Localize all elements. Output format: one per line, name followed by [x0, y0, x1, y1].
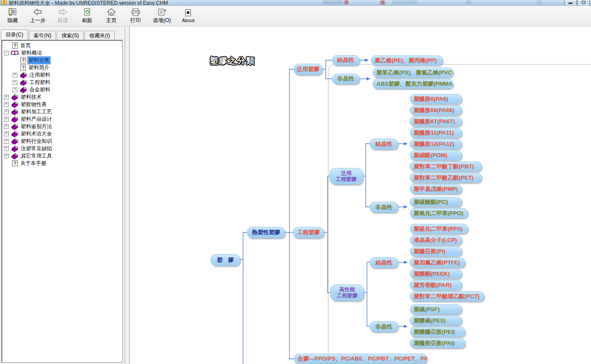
forward-icon: [58, 8, 68, 16]
expand-plus-toggle[interactable]: +: [13, 80, 17, 85]
maximize-button[interactable]: [577, 0, 590, 6]
tree-item-label[interactable]: 塑料概论: [20, 49, 43, 57]
help-icon: ?: [12, 42, 18, 49]
hide-icon: [8, 8, 17, 16]
tab-favorites[interactable]: 收藏夹(I): [84, 31, 114, 40]
book-icon: [11, 109, 18, 115]
tree-item[interactable]: +塑料加工工艺: [2, 108, 122, 116]
tree-item[interactable]: +其它常用工具: [2, 152, 122, 160]
tree-item-label[interactable]: 关于本手册: [19, 160, 47, 167]
expand-plus-toggle[interactable]: +: [4, 132, 9, 136]
expand-plus-toggle[interactable]: +: [4, 117, 9, 122]
expand-plus-toggle[interactable]: +: [13, 73, 17, 77]
help-icon: ?: [20, 57, 26, 64]
tree-item[interactable]: +工程塑料: [2, 79, 122, 86]
tree-item[interactable]: +塑料产品设计: [2, 116, 122, 123]
tree-item[interactable]: +塑料行业知识: [2, 138, 122, 145]
about-button-label: About: [182, 18, 195, 23]
tree-item[interactable]: +合金塑料: [2, 86, 122, 93]
help-icon: ?: [12, 160, 18, 167]
svg-text:?: ?: [22, 58, 25, 63]
tab-contents[interactable]: 目录(C): [1, 29, 28, 40]
nav-tabs: 目录(C) 索引(N) 搜索(S) 收藏夹(I): [1, 29, 116, 40]
tree-item-label[interactable]: 塑料加工工艺: [20, 108, 53, 116]
pane-splitter[interactable]: [125, 26, 130, 364]
refresh-icon: [83, 8, 91, 16]
titlebar-reflection: [323, 0, 343, 4]
home-icon: [107, 8, 116, 16]
titlebar-reflection: [537, 0, 542, 4]
expand-plus-toggle[interactable]: +: [4, 124, 9, 129]
content-card: [328, 64, 591, 364]
expand-plus-toggle[interactable]: +: [4, 146, 9, 151]
chm-viewer-window: ? 塑料原料物性大全 - Made by UNREGISTERED versio…: [0, 0, 591, 364]
tree-item-label[interactable]: 工程塑料: [29, 79, 51, 86]
expand-plus-toggle[interactable]: +: [13, 87, 17, 92]
tree-item[interactable]: +注塑常见缺陷: [2, 145, 122, 152]
home-button[interactable]: 主页: [101, 7, 121, 25]
navigation-pane: 目录(C) 索引(N) 搜索(S) 收藏夹(I) ?首页−塑料概论?塑料分类?塑…: [0, 26, 125, 364]
refresh-button[interactable]: 刷新: [77, 7, 97, 25]
app-icon: ?: [1, 0, 6, 5]
tree-item-label[interactable]: 塑料分类: [28, 57, 50, 64]
forward-button[interactable]: 前进: [53, 7, 73, 25]
tree-item[interactable]: +泛用塑料: [2, 71, 122, 79]
tree-item-label[interactable]: 泛用塑料: [29, 71, 51, 79]
tree-item[interactable]: ?首页: [2, 42, 122, 49]
forward-button-label: 前进: [58, 17, 68, 24]
back-button[interactable]: 上一步: [27, 7, 49, 25]
tree-item-label[interactable]: 塑料行业知识: [20, 138, 53, 145]
options-icon: [157, 8, 167, 16]
back-button-label: 上一步: [30, 17, 45, 24]
tree-item[interactable]: ?关于本手册: [2, 160, 122, 167]
tree-item-label[interactable]: 塑料鉴别方法: [20, 123, 53, 130]
svg-text:?: ?: [13, 43, 16, 48]
minimize-button[interactable]: ▬: [564, 0, 577, 6]
print-button[interactable]: 打印: [126, 7, 146, 25]
expand-plus-toggle[interactable]: +: [4, 95, 9, 100]
tree-item[interactable]: +塑料技术: [2, 93, 122, 101]
expand-plus-toggle[interactable]: +: [4, 139, 9, 144]
expand-plus-toggle[interactable]: +: [4, 154, 9, 158]
about-icon: [184, 9, 192, 17]
tree-item-label[interactable]: 合金塑料: [29, 86, 51, 93]
svg-text:?: ?: [13, 161, 16, 166]
book-icon: [11, 94, 18, 100]
tree-item-label[interactable]: 注塑常见缺陷: [20, 145, 53, 152]
home-button-label: 主页: [106, 17, 117, 24]
refresh-button-label: 刷新: [82, 17, 92, 24]
tree-item[interactable]: +塑料术语大全: [2, 130, 122, 138]
book-open-icon: [11, 50, 19, 56]
collapse-minus-toggle[interactable]: −: [4, 51, 9, 55]
expand-plus-toggle[interactable]: +: [4, 110, 9, 114]
tree-item[interactable]: +塑料鉴别方法: [2, 123, 122, 130]
tree-item[interactable]: −塑料概论: [2, 49, 122, 57]
tab-search[interactable]: 搜索(S): [57, 31, 84, 40]
svg-text:?: ?: [22, 65, 25, 70]
tree-item-label[interactable]: 首页: [19, 42, 32, 49]
tree-item-label[interactable]: 塑料产品设计: [20, 116, 53, 123]
about-button[interactable]: About: [178, 7, 198, 25]
tree-item[interactable]: +塑胶物性表: [2, 101, 122, 108]
tree-item-label[interactable]: 塑料技术: [20, 93, 42, 101]
tab-index[interactable]: 索引(N): [29, 31, 56, 40]
tree-item-label[interactable]: 塑胶物性表: [20, 101, 48, 108]
expand-plus-toggle[interactable]: +: [4, 102, 9, 107]
book-icon: [11, 138, 18, 145]
titlebar-reflection: [392, 0, 418, 4]
titlebar-reflection: [344, 0, 348, 4]
tree-item[interactable]: ?塑料分类: [2, 57, 122, 64]
tree-item-label[interactable]: 塑料术语大全: [20, 130, 53, 138]
toolbar: 隐藏 上一步 前进 刷新 主页 打印 选项(O) About: [0, 6, 591, 26]
options-button[interactable]: 选项(O): [150, 7, 174, 25]
options-button-label: 选项(O): [153, 17, 171, 24]
tree-item-label[interactable]: 其它常用工具: [20, 152, 53, 160]
titlebar-reflection: [466, 0, 471, 4]
book-icon: [11, 153, 18, 159]
tree-item[interactable]: ?塑料简介: [2, 64, 122, 71]
hide-button[interactable]: 隐藏: [3, 7, 23, 25]
titlebar-reflection: [380, 0, 385, 5]
tree-item-label[interactable]: 塑料简介: [28, 64, 50, 71]
book-icon: [11, 116, 18, 122]
book-icon: [11, 101, 18, 108]
